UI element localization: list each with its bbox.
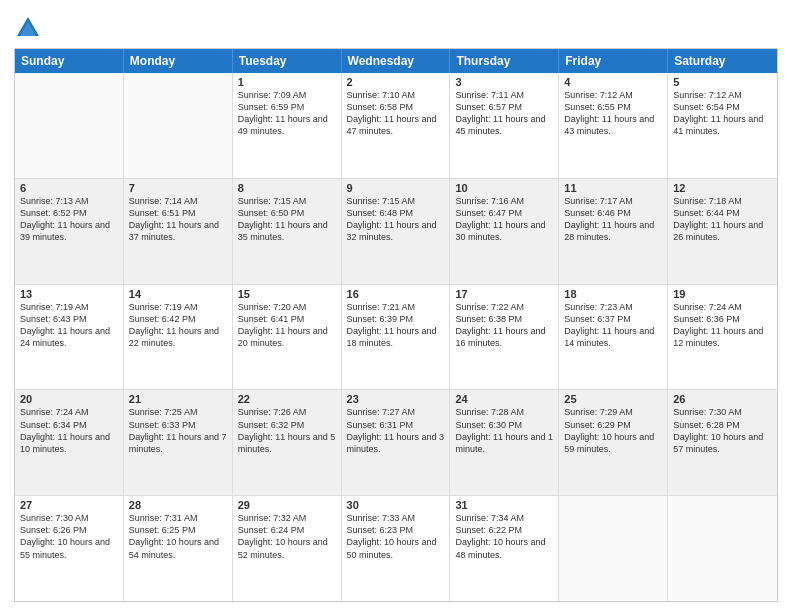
logo — [14, 14, 46, 42]
day-number: 17 — [455, 288, 553, 300]
calendar-cell: 7Sunrise: 7:14 AM Sunset: 6:51 PM Daylig… — [124, 179, 233, 284]
header-day-tuesday: Tuesday — [233, 49, 342, 73]
cell-info: Sunrise: 7:32 AM Sunset: 6:24 PM Dayligh… — [238, 512, 336, 561]
day-number: 23 — [347, 393, 445, 405]
calendar-cell: 17Sunrise: 7:22 AM Sunset: 6:38 PM Dayli… — [450, 285, 559, 390]
day-number: 27 — [20, 499, 118, 511]
day-number: 5 — [673, 76, 772, 88]
calendar-cell: 3Sunrise: 7:11 AM Sunset: 6:57 PM Daylig… — [450, 73, 559, 178]
calendar-cell: 30Sunrise: 7:33 AM Sunset: 6:23 PM Dayli… — [342, 496, 451, 601]
cell-info: Sunrise: 7:17 AM Sunset: 6:46 PM Dayligh… — [564, 195, 662, 244]
day-number: 19 — [673, 288, 772, 300]
calendar-body: 1Sunrise: 7:09 AM Sunset: 6:59 PM Daylig… — [15, 73, 777, 601]
day-number: 18 — [564, 288, 662, 300]
day-number: 1 — [238, 76, 336, 88]
day-number: 15 — [238, 288, 336, 300]
calendar-cell: 1Sunrise: 7:09 AM Sunset: 6:59 PM Daylig… — [233, 73, 342, 178]
calendar-cell: 11Sunrise: 7:17 AM Sunset: 6:46 PM Dayli… — [559, 179, 668, 284]
cell-info: Sunrise: 7:22 AM Sunset: 6:38 PM Dayligh… — [455, 301, 553, 350]
calendar-cell: 13Sunrise: 7:19 AM Sunset: 6:43 PM Dayli… — [15, 285, 124, 390]
cell-info: Sunrise: 7:34 AM Sunset: 6:22 PM Dayligh… — [455, 512, 553, 561]
calendar-row-3: 13Sunrise: 7:19 AM Sunset: 6:43 PM Dayli… — [15, 285, 777, 391]
calendar-cell — [668, 496, 777, 601]
calendar-cell: 16Sunrise: 7:21 AM Sunset: 6:39 PM Dayli… — [342, 285, 451, 390]
day-number: 9 — [347, 182, 445, 194]
calendar-cell: 15Sunrise: 7:20 AM Sunset: 6:41 PM Dayli… — [233, 285, 342, 390]
calendar-cell: 20Sunrise: 7:24 AM Sunset: 6:34 PM Dayli… — [15, 390, 124, 495]
day-number: 7 — [129, 182, 227, 194]
day-number: 16 — [347, 288, 445, 300]
cell-info: Sunrise: 7:20 AM Sunset: 6:41 PM Dayligh… — [238, 301, 336, 350]
calendar-cell: 28Sunrise: 7:31 AM Sunset: 6:25 PM Dayli… — [124, 496, 233, 601]
day-number: 26 — [673, 393, 772, 405]
cell-info: Sunrise: 7:21 AM Sunset: 6:39 PM Dayligh… — [347, 301, 445, 350]
cell-info: Sunrise: 7:14 AM Sunset: 6:51 PM Dayligh… — [129, 195, 227, 244]
calendar-row-1: 1Sunrise: 7:09 AM Sunset: 6:59 PM Daylig… — [15, 73, 777, 179]
day-number: 30 — [347, 499, 445, 511]
calendar-cell: 9Sunrise: 7:15 AM Sunset: 6:48 PM Daylig… — [342, 179, 451, 284]
cell-info: Sunrise: 7:31 AM Sunset: 6:25 PM Dayligh… — [129, 512, 227, 561]
day-number: 31 — [455, 499, 553, 511]
cell-info: Sunrise: 7:19 AM Sunset: 6:42 PM Dayligh… — [129, 301, 227, 350]
cell-info: Sunrise: 7:25 AM Sunset: 6:33 PM Dayligh… — [129, 406, 227, 455]
calendar: SundayMondayTuesdayWednesdayThursdayFrid… — [14, 48, 778, 602]
day-number: 20 — [20, 393, 118, 405]
header-day-monday: Monday — [124, 49, 233, 73]
calendar-cell: 8Sunrise: 7:15 AM Sunset: 6:50 PM Daylig… — [233, 179, 342, 284]
calendar-cell: 4Sunrise: 7:12 AM Sunset: 6:55 PM Daylig… — [559, 73, 668, 178]
cell-info: Sunrise: 7:12 AM Sunset: 6:55 PM Dayligh… — [564, 89, 662, 138]
cell-info: Sunrise: 7:10 AM Sunset: 6:58 PM Dayligh… — [347, 89, 445, 138]
cell-info: Sunrise: 7:24 AM Sunset: 6:36 PM Dayligh… — [673, 301, 772, 350]
calendar-cell — [15, 73, 124, 178]
calendar-cell: 5Sunrise: 7:12 AM Sunset: 6:54 PM Daylig… — [668, 73, 777, 178]
header — [14, 10, 778, 42]
calendar-cell — [124, 73, 233, 178]
calendar-row-5: 27Sunrise: 7:30 AM Sunset: 6:26 PM Dayli… — [15, 496, 777, 601]
day-number: 28 — [129, 499, 227, 511]
calendar-cell: 22Sunrise: 7:26 AM Sunset: 6:32 PM Dayli… — [233, 390, 342, 495]
cell-info: Sunrise: 7:29 AM Sunset: 6:29 PM Dayligh… — [564, 406, 662, 455]
cell-info: Sunrise: 7:28 AM Sunset: 6:30 PM Dayligh… — [455, 406, 553, 455]
calendar-cell: 27Sunrise: 7:30 AM Sunset: 6:26 PM Dayli… — [15, 496, 124, 601]
day-number: 6 — [20, 182, 118, 194]
day-number: 22 — [238, 393, 336, 405]
cell-info: Sunrise: 7:13 AM Sunset: 6:52 PM Dayligh… — [20, 195, 118, 244]
cell-info: Sunrise: 7:15 AM Sunset: 6:48 PM Dayligh… — [347, 195, 445, 244]
cell-info: Sunrise: 7:30 AM Sunset: 6:28 PM Dayligh… — [673, 406, 772, 455]
calendar-cell: 25Sunrise: 7:29 AM Sunset: 6:29 PM Dayli… — [559, 390, 668, 495]
cell-info: Sunrise: 7:18 AM Sunset: 6:44 PM Dayligh… — [673, 195, 772, 244]
cell-info: Sunrise: 7:24 AM Sunset: 6:34 PM Dayligh… — [20, 406, 118, 455]
cell-info: Sunrise: 7:15 AM Sunset: 6:50 PM Dayligh… — [238, 195, 336, 244]
calendar-cell: 19Sunrise: 7:24 AM Sunset: 6:36 PM Dayli… — [668, 285, 777, 390]
calendar-cell: 23Sunrise: 7:27 AM Sunset: 6:31 PM Dayli… — [342, 390, 451, 495]
day-number: 12 — [673, 182, 772, 194]
calendar-cell: 24Sunrise: 7:28 AM Sunset: 6:30 PM Dayli… — [450, 390, 559, 495]
cell-info: Sunrise: 7:33 AM Sunset: 6:23 PM Dayligh… — [347, 512, 445, 561]
header-day-sunday: Sunday — [15, 49, 124, 73]
cell-info: Sunrise: 7:16 AM Sunset: 6:47 PM Dayligh… — [455, 195, 553, 244]
page: SundayMondayTuesdayWednesdayThursdayFrid… — [0, 0, 792, 612]
cell-info: Sunrise: 7:23 AM Sunset: 6:37 PM Dayligh… — [564, 301, 662, 350]
header-day-saturday: Saturday — [668, 49, 777, 73]
calendar-cell: 21Sunrise: 7:25 AM Sunset: 6:33 PM Dayli… — [124, 390, 233, 495]
cell-info: Sunrise: 7:27 AM Sunset: 6:31 PM Dayligh… — [347, 406, 445, 455]
calendar-row-4: 20Sunrise: 7:24 AM Sunset: 6:34 PM Dayli… — [15, 390, 777, 496]
cell-info: Sunrise: 7:11 AM Sunset: 6:57 PM Dayligh… — [455, 89, 553, 138]
day-number: 3 — [455, 76, 553, 88]
day-number: 8 — [238, 182, 336, 194]
day-number: 24 — [455, 393, 553, 405]
calendar-cell: 6Sunrise: 7:13 AM Sunset: 6:52 PM Daylig… — [15, 179, 124, 284]
header-day-wednesday: Wednesday — [342, 49, 451, 73]
calendar-cell: 14Sunrise: 7:19 AM Sunset: 6:42 PM Dayli… — [124, 285, 233, 390]
day-number: 11 — [564, 182, 662, 194]
cell-info: Sunrise: 7:19 AM Sunset: 6:43 PM Dayligh… — [20, 301, 118, 350]
calendar-cell — [559, 496, 668, 601]
calendar-cell: 2Sunrise: 7:10 AM Sunset: 6:58 PM Daylig… — [342, 73, 451, 178]
calendar-row-2: 6Sunrise: 7:13 AM Sunset: 6:52 PM Daylig… — [15, 179, 777, 285]
day-number: 21 — [129, 393, 227, 405]
cell-info: Sunrise: 7:12 AM Sunset: 6:54 PM Dayligh… — [673, 89, 772, 138]
cell-info: Sunrise: 7:09 AM Sunset: 6:59 PM Dayligh… — [238, 89, 336, 138]
day-number: 14 — [129, 288, 227, 300]
header-day-thursday: Thursday — [450, 49, 559, 73]
calendar-cell: 10Sunrise: 7:16 AM Sunset: 6:47 PM Dayli… — [450, 179, 559, 284]
